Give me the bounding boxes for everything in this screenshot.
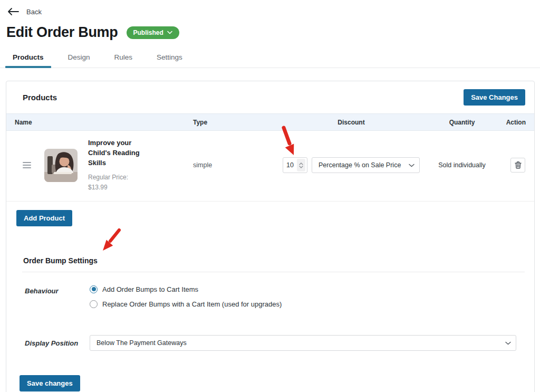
table-row: Improve your Child's Reading Skills Regu… xyxy=(6,131,534,202)
radio-button[interactable] xyxy=(90,300,98,308)
back-arrow-icon[interactable] xyxy=(7,7,19,16)
products-card-header: Products Save Changes xyxy=(6,81,534,113)
radio-option-replace-order-bumps[interactable]: Replace Order Bumps with a Cart Item (us… xyxy=(90,300,282,308)
settings-divider xyxy=(22,272,525,272)
discount-cell: Percentage % on Sale Price xyxy=(280,157,422,173)
radio-option-add-order-bumps[interactable]: Add Order Bumps to Cart Items xyxy=(90,285,282,293)
product-type: simple xyxy=(193,161,280,169)
tab-bar: Products Design Rules Settings xyxy=(0,48,540,68)
trash-icon xyxy=(515,161,522,169)
display-position-label: Display Position xyxy=(25,333,90,353)
page-title: Edit Order Bump xyxy=(6,24,118,41)
save-changes-button-bottom[interactable]: Save changes xyxy=(20,375,80,391)
products-card: Products Save Changes Name Type Discount… xyxy=(6,81,535,392)
table-header-row: Name Type Discount Quantity Action xyxy=(6,113,534,131)
tab-rules[interactable]: Rules xyxy=(107,48,140,68)
column-header-quantity: Quantity xyxy=(422,119,502,126)
column-header-name: Name xyxy=(6,119,193,126)
save-changes-button-top[interactable]: Save Changes xyxy=(464,89,525,106)
discount-type-select[interactable]: Percentage % on Sale Price xyxy=(312,157,420,173)
column-header-discount: Discount xyxy=(280,119,422,126)
radio-option-label: Add Order Bumps to Cart Items xyxy=(102,285,198,293)
product-quantity: Sold individually xyxy=(422,161,502,169)
display-position-select-wrap: Below The Payment Gateways xyxy=(90,333,516,353)
delete-product-button[interactable] xyxy=(510,158,525,173)
product-name-cell: Improve your Child's Reading Skills Regu… xyxy=(6,138,193,193)
discount-type-select-wrap: Percentage % on Sale Price xyxy=(312,157,420,173)
add-product-button[interactable]: Add Product xyxy=(16,210,72,226)
behaviour-row: Behaviour Add Order Bumps to Cart Items … xyxy=(6,281,534,308)
products-card-title: Products xyxy=(23,93,57,102)
product-price-label: Regular Price: xyxy=(88,173,146,183)
product-image xyxy=(44,149,78,182)
discount-input[interactable] xyxy=(283,161,297,169)
status-badge[interactable]: Published xyxy=(127,26,179,39)
radio-button[interactable] xyxy=(90,285,98,293)
status-badge-label: Published xyxy=(133,29,163,36)
number-stepper-icon[interactable] xyxy=(297,159,305,171)
tab-settings[interactable]: Settings xyxy=(149,48,190,68)
settings-section-heading: Order Bump Settings xyxy=(23,256,534,265)
display-position-select[interactable]: Below The Payment Gateways xyxy=(90,335,516,351)
action-cell xyxy=(502,158,534,173)
drag-handle-icon[interactable] xyxy=(23,162,31,168)
column-header-action: Action xyxy=(502,119,534,126)
product-price: $13.99 xyxy=(88,183,146,193)
top-bar: Back xyxy=(0,0,540,16)
back-link[interactable]: Back xyxy=(26,8,42,16)
product-title: Improve your Child's Reading Skills xyxy=(88,138,146,168)
chevron-down-icon xyxy=(167,31,172,34)
product-text: Improve your Child's Reading Skills Regu… xyxy=(88,138,146,193)
tab-design[interactable]: Design xyxy=(61,48,98,68)
title-row: Edit Order Bump Published xyxy=(0,16,540,41)
display-position-row: Display Position Below The Payment Gatew… xyxy=(6,333,534,353)
tab-products[interactable]: Products xyxy=(5,48,51,68)
discount-input-wrap xyxy=(283,157,307,173)
column-header-type: Type xyxy=(193,119,280,126)
radio-option-label: Replace Order Bumps with a Cart Item (us… xyxy=(102,300,282,308)
behaviour-radio-group: Add Order Bumps to Cart Items Replace Or… xyxy=(90,281,282,308)
behaviour-label: Behaviour xyxy=(25,281,90,308)
